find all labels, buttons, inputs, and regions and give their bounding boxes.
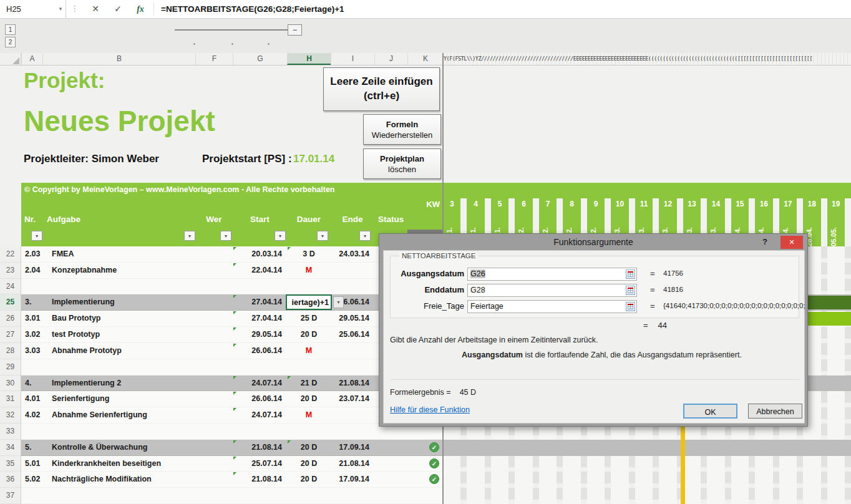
cell-task[interactable]: Abnahme Serienfertigung [52, 407, 223, 423]
column-header-K[interactable]: K [407, 53, 443, 65]
range-selector-icon[interactable] [626, 302, 635, 311]
cell-nr[interactable]: 5. [25, 440, 51, 455]
cell-ende[interactable]: 23.07.14 [331, 391, 369, 407]
cell-task[interactable]: Konzeptabnahme [52, 263, 223, 278]
dialog-title[interactable]: Funktionsargumente [379, 234, 807, 250]
cell-start[interactable]: 21.08.14 [233, 440, 282, 455]
dialog-help-icon[interactable]: ? [759, 234, 771, 250]
project-leader[interactable]: Projektleiter: Simon Weber [24, 153, 159, 165]
cell-ende[interactable]: 24.03.14 [331, 246, 369, 262]
cell-start[interactable]: 24.07.14 [233, 376, 282, 391]
cell-nr[interactable]: 5.01 [25, 456, 51, 472]
cell-task[interactable]: Nachträgliche Modifikation [52, 472, 223, 487]
cell-dropdown-icon[interactable]: ▾ [333, 296, 344, 308]
project-name[interactable]: Neues Projekt [24, 104, 215, 138]
cell-nr[interactable]: 2.04 [25, 263, 51, 278]
cell-dauer[interactable]: M [287, 263, 331, 278]
dialog-close-icon[interactable]: ✕ [780, 236, 803, 249]
enter-icon[interactable]: ✓ [107, 0, 129, 18]
cell-dauer[interactable]: 20 D [287, 391, 331, 407]
cell-dauer[interactable]: 3 D [287, 246, 331, 262]
cell-start[interactable]: 29.05.14 [233, 327, 282, 342]
ok-button[interactable]: OK [683, 404, 737, 419]
row-header-31[interactable]: 31 [0, 391, 21, 407]
cell-task[interactable]: Bau Prototyp [52, 311, 223, 326]
cell-nr[interactable]: 3.02 [25, 327, 51, 342]
filter-button[interactable]: ▾ [184, 231, 195, 241]
help-link[interactable]: Hilfe für diese Funktion [390, 405, 470, 414]
cell-start[interactable]: 27.04.14 [233, 311, 282, 326]
row-header-24[interactable]: 24 [0, 279, 21, 295]
filter-button[interactable]: ▾ [275, 231, 286, 241]
cell-nr[interactable]: 4. [25, 376, 51, 391]
cell-start[interactable]: 24.07.14 [233, 407, 282, 423]
cancel-button[interactable]: Abbrechen [748, 404, 802, 419]
gantt-bar[interactable] [803, 312, 851, 326]
row-header-32[interactable]: 32 [0, 407, 21, 424]
cell-start[interactable]: 26.06.14 [233, 391, 282, 407]
cell-ende[interactable]: 21.08.14 [331, 376, 369, 391]
row-header-26[interactable]: 26 [0, 311, 21, 327]
row-header-28[interactable]: 28 [0, 343, 21, 359]
select-all-corner[interactable] [0, 53, 21, 65]
column-header-G[interactable]: G [233, 53, 287, 65]
row-header-37[interactable]: 37 [0, 488, 21, 504]
collapse-group-button[interactable]: − [288, 24, 302, 36]
cell-start[interactable]: 20.03.14 [233, 246, 282, 262]
cell-dauer[interactable]: 20 D [287, 327, 331, 342]
cell-task[interactable]: Kinderkrankheiten beseitigen [52, 456, 223, 472]
row-header-27[interactable]: 27 [0, 327, 21, 343]
cell-nr[interactable]: 4.01 [25, 391, 51, 407]
cell-nr[interactable]: 3.03 [25, 343, 51, 359]
cell-task[interactable]: Kontrolle & Überwachung [52, 440, 223, 455]
outline-level-2-button[interactable]: 2 [5, 37, 16, 47]
cell-dauer[interactable]: 25 D [287, 311, 331, 326]
cell-dauer[interactable]: M [287, 343, 331, 359]
row-header-23[interactable]: 23 [0, 263, 21, 279]
cell-dauer[interactable]: 20 D [287, 472, 331, 487]
filter-button[interactable]: ▾ [220, 231, 231, 241]
formula-input[interactable]: =NETTOARBEITSTAGE(G26;G28;Feiertage)+1 [161, 0, 344, 18]
cell-nr[interactable]: 5.02 [25, 472, 51, 487]
cell-start[interactable]: 27.04.14 [233, 294, 282, 310]
row-header-35[interactable]: 35 [0, 456, 21, 472]
column-header-H[interactable]: H [287, 53, 331, 65]
filter-button[interactable]: ▾ [359, 231, 371, 241]
cell-nr[interactable]: 3.01 [25, 311, 51, 326]
cell-ende[interactable]: 29.05.14 [331, 311, 369, 326]
column-header-I[interactable]: I [331, 53, 374, 65]
dialog-field-input[interactable]: G26 [467, 268, 637, 281]
cell-start[interactable]: 21.08.14 [233, 472, 282, 487]
cell-nr[interactable]: 3. [25, 294, 51, 310]
insert-function-icon[interactable]: fx [130, 0, 151, 18]
range-selector-icon[interactable] [626, 286, 635, 295]
outline-level-1-button[interactable]: 1 [5, 24, 16, 35]
row-header-34[interactable]: 34 [0, 440, 21, 456]
dialog-field-input[interactable]: G28 [467, 284, 637, 297]
column-header-F[interactable]: F [195, 53, 233, 65]
cell-ende[interactable]: 17.09.14 [331, 472, 369, 487]
gantt-bar[interactable] [803, 296, 851, 309]
cell-edit-box[interactable]: iertage)+1 [286, 294, 332, 310]
cell-start[interactable]: 26.06.14 [233, 343, 282, 359]
row-header-36[interactable]: 36 [0, 472, 21, 488]
cell-ende[interactable]: 21.08.14 [331, 456, 369, 472]
filter-button[interactable]: ▾ [317, 231, 328, 241]
cell-task[interactable]: Serienfertigung [52, 391, 223, 407]
cell-dauer[interactable]: M [287, 407, 331, 423]
cell-nr[interactable]: 2.03 [25, 246, 51, 262]
range-selector-icon[interactable] [626, 269, 635, 279]
more-dots-icon[interactable]: ⋮ [70, 0, 80, 18]
restore-formulas-button[interactable]: Formeln Wiederherstellen [363, 114, 441, 145]
column-header-A[interactable]: A [21, 53, 42, 65]
row-header-30[interactable]: 30 [0, 376, 21, 392]
cell-ende[interactable]: 25.06.14 [331, 327, 369, 342]
cell-dauer[interactable]: 20 D [287, 456, 331, 472]
name-box-caret-icon[interactable]: ▾ [55, 0, 66, 18]
cell-task[interactable]: Implementierung [52, 294, 223, 310]
cell-start[interactable]: 22.04.14 [233, 263, 282, 278]
row-header-25[interactable]: 25 [0, 294, 21, 311]
row-header-22[interactable]: 22 [0, 246, 21, 263]
cell-task[interactable]: FMEA [52, 246, 223, 262]
filter-button[interactable]: ▾ [31, 231, 42, 241]
